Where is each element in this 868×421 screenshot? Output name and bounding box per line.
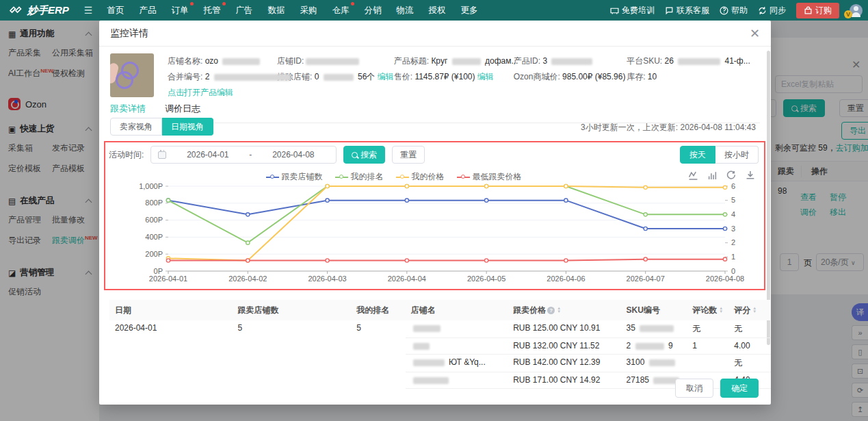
nav-item-10[interactable]: 物流 (389, 0, 421, 21)
monitor-detail-modal: 监控详情 ✕ 店铺名称: ozo 合并编号: 2 点击打开产品编辑店铺ID:排除… (99, 21, 771, 405)
download-icon[interactable] (746, 170, 756, 180)
rating-cell: 4.00 (728, 338, 771, 355)
col-header-日期: 日期 (109, 300, 233, 320)
price-cell: RUB 132.00 CNY 11.52 (508, 338, 620, 355)
svg-text:0: 0 (731, 267, 735, 275)
chart-search-button[interactable]: 搜索 (343, 146, 385, 164)
order-button[interactable]: 订购 (796, 3, 839, 18)
nav-item-11[interactable]: 授权 (421, 0, 453, 21)
svg-text:5: 5 (731, 196, 735, 204)
sort-icons[interactable]: ▲▼ (719, 307, 723, 314)
redacted-value (324, 74, 354, 81)
legend-label: 最低跟卖价格 (473, 171, 522, 183)
notification-dot (222, 2, 226, 5)
chart-filter-row: 活动时间: 2026-04-01 - 2026-04-08 搜索 重置 (109, 146, 425, 164)
rating-cell: 无 (728, 355, 771, 372)
nav-item-5[interactable]: 广告 (228, 0, 260, 21)
granularity-按小时[interactable]: 按小时 (715, 146, 759, 164)
redacted-value (551, 58, 592, 65)
nav-item-label: 仓库 (332, 5, 349, 15)
col-header-label: 评论数 (692, 305, 717, 315)
nav-right-label: 联系客服 (676, 5, 709, 16)
confirm-button[interactable]: 确定 (720, 379, 759, 398)
col-header-跟卖价格[interactable]: 跟卖价格?▲▼ (508, 300, 620, 320)
product-field: 平台SKU: 26 41-ф... (627, 53, 753, 69)
view-卖家视角[interactable]: 卖家视角 (110, 118, 162, 136)
免费培训-button[interactable]: 免费培训 (610, 5, 655, 16)
modal-close-icon[interactable]: ✕ (750, 27, 760, 40)
col-header-评分[interactable]: 评分▲▼ (728, 300, 771, 320)
同步-button[interactable]: 同步 (758, 5, 786, 16)
modal-title: 监控详情 (110, 27, 148, 40)
chart-reset-button[interactable]: 重置 (392, 146, 425, 164)
sku-cell: 2 9 (621, 338, 687, 355)
bag-icon (804, 6, 813, 15)
sku-cell: 3100 (621, 355, 687, 372)
svg-text:200P: 200P (145, 250, 163, 258)
shop-name-cell: ЮТ &Yq... (406, 355, 508, 372)
field-label: Ozon商城价: (514, 72, 560, 81)
nav-item-1[interactable]: 首页 (99, 0, 131, 21)
联系客服-button[interactable]: 联系客服 (665, 5, 709, 16)
cancel-button[interactable]: 取消 (675, 379, 713, 398)
inline-link[interactable]: 编辑 (477, 72, 494, 81)
sort-icons[interactable]: ▲▼ (557, 307, 561, 314)
app-logo[interactable]: 妙手ERP (0, 4, 77, 17)
nav-item-6[interactable]: 数据 (260, 0, 292, 21)
legend-item-我的排名[interactable]: 我的排名 (335, 171, 384, 183)
product-info-column-5: 平台SKU: 26 41-ф... 库存: 10 (627, 53, 753, 101)
inline-link[interactable]: 编辑 (378, 72, 394, 81)
sort-icons[interactable]: ▲▼ (752, 307, 757, 314)
field-value: ozo (202, 56, 220, 66)
svg-text:2026-04-05: 2026-04-05 (467, 275, 505, 283)
view-日期视角[interactable]: 日期视角 (162, 118, 213, 136)
start-date[interactable]: 2026-04-01 (172, 150, 244, 160)
col-header-label: 跟卖价格 (513, 305, 546, 315)
product-field: 店铺ID: (277, 53, 394, 69)
col-header-SKU编号[interactable]: SKU编号 (621, 300, 687, 320)
granularity-按天[interactable]: 按天 (680, 146, 715, 164)
nav-item-4[interactable]: 托管 (196, 0, 228, 21)
date-range-input[interactable]: 2026-04-01 - 2026-04-08 (150, 146, 337, 164)
inline-link[interactable]: 点击打开产品编辑 (168, 88, 233, 97)
redacted-value (649, 359, 675, 366)
nav-item-2[interactable]: 产品 (131, 0, 163, 21)
bar-chart-icon[interactable] (707, 170, 718, 180)
product-field: 点击打开产品编辑 (168, 85, 277, 101)
nav-item-label: 订单 (171, 5, 188, 15)
user-avatar[interactable]: V (850, 4, 863, 17)
line-chart-icon[interactable] (688, 170, 698, 180)
training-icon (610, 6, 619, 15)
field-value: 2 (202, 72, 211, 81)
nav-item-12[interactable]: 更多 (453, 0, 485, 21)
nav-item-7[interactable]: 采购 (292, 0, 324, 21)
menu-toggle-icon[interactable]: ☰ (77, 5, 100, 16)
chart-tools (688, 170, 756, 180)
chart-canvas[interactable]: 0P200P400P600P800P1,000P01234562026-04-0… (109, 182, 759, 286)
refresh-icon[interactable] (726, 170, 737, 180)
field-value: 27185 (627, 375, 652, 385)
svg-text:0P: 0P (154, 267, 163, 275)
date-filter-label: 活动时间: (109, 149, 144, 161)
帮助-button[interactable]: 帮助 (720, 5, 748, 16)
legend-marker (335, 177, 348, 178)
legend-item-跟卖店铺数[interactable]: 跟卖店铺数 (266, 171, 323, 183)
field-value: ЮТ &Yq... (447, 357, 486, 367)
nav-item-8[interactable]: 仓库 (324, 0, 356, 21)
end-date[interactable]: 2026-04-08 (257, 150, 329, 160)
col-header-label: 评分 (734, 305, 750, 315)
legend-item-我的价格[interactable]: 我的价格 (396, 171, 445, 183)
nav-item-9[interactable]: 分销 (356, 0, 389, 21)
field-label: 平台SKU: (627, 56, 662, 66)
redacted-value (413, 359, 445, 366)
nav-item-label: 授权 (428, 5, 445, 15)
group-cell-date: 2026-04-01 (109, 320, 233, 389)
redacted-value (678, 58, 720, 65)
brand-mark-icon (8, 5, 23, 16)
col-header-评论数[interactable]: 评论数▲▼ (687, 300, 728, 320)
legend-item-最低跟卖价格[interactable]: 最低跟卖价格 (457, 171, 522, 183)
comments-cell: 无 (687, 320, 728, 338)
comments-cell (687, 355, 728, 372)
nav-item-3[interactable]: 订单 (163, 0, 196, 21)
field-value: 2 (627, 341, 633, 350)
